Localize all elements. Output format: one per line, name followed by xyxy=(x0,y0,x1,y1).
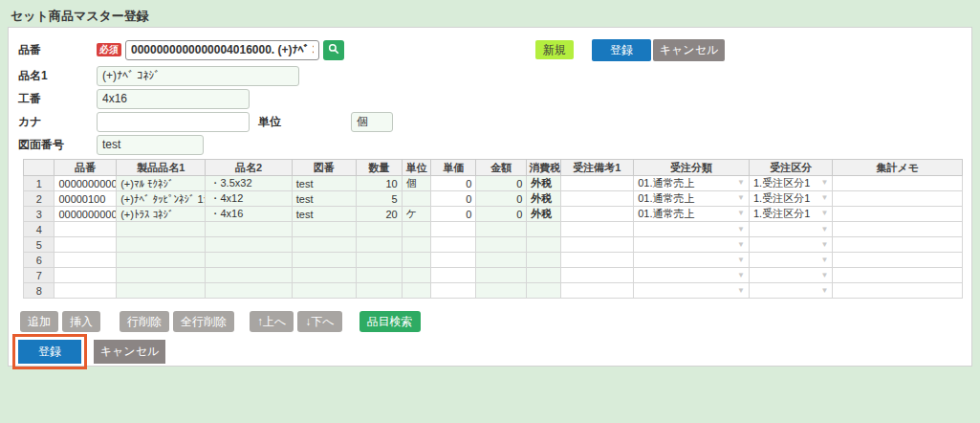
table-cell[interactable]: 01.通常売上▼ xyxy=(634,176,750,191)
table-cell[interactable]: ▼ xyxy=(634,268,750,283)
table-cell[interactable] xyxy=(206,222,292,237)
kana-input[interactable] xyxy=(97,112,250,132)
table-cell[interactable]: 10 xyxy=(356,176,402,191)
table-cell[interactable] xyxy=(560,268,634,283)
table-cell[interactable] xyxy=(527,283,560,299)
table-cell[interactable] xyxy=(292,253,356,268)
table-cell[interactable] xyxy=(833,253,963,268)
table-cell[interactable] xyxy=(356,237,402,253)
table-cell[interactable]: (+)ﾄﾗｽ ｺﾈｼﾞ xyxy=(117,207,206,222)
table-cell[interactable] xyxy=(560,237,634,253)
table-cell[interactable] xyxy=(833,207,963,222)
table-cell[interactable]: ケ xyxy=(402,207,430,222)
table-cell[interactable]: 01.通常売上▼ xyxy=(634,207,750,222)
table-cell[interactable]: 0 xyxy=(476,176,527,191)
table-cell[interactable]: 01.通常売上▼ xyxy=(634,191,750,207)
table-cell[interactable]: 0 xyxy=(431,191,476,207)
table-cell[interactable] xyxy=(527,268,560,283)
table-cell[interactable]: 0 xyxy=(476,191,527,207)
cancel-button-top[interactable]: キャンセル xyxy=(653,39,725,61)
table-cell[interactable] xyxy=(560,191,634,207)
table-cell[interactable]: ▼ xyxy=(634,237,750,253)
table-cell[interactable] xyxy=(560,207,634,222)
table-cell[interactable]: ・4x16 xyxy=(206,207,292,222)
table-cell[interactable]: ▼ xyxy=(749,237,832,253)
table-cell[interactable] xyxy=(206,253,292,268)
table-cell[interactable] xyxy=(527,253,560,268)
koban-input[interactable] xyxy=(97,89,250,109)
table-cell[interactable]: test xyxy=(292,207,356,222)
table-cell[interactable]: ・3.5x32 xyxy=(206,176,292,191)
cancel-button-bottom[interactable]: キャンセル xyxy=(94,340,165,364)
table-cell[interactable] xyxy=(54,283,117,299)
table-cell[interactable] xyxy=(54,253,117,268)
table-cell[interactable] xyxy=(356,268,402,283)
table-cell[interactable]: 個 xyxy=(402,176,430,191)
table-cell[interactable] xyxy=(402,222,430,237)
table-cell[interactable]: 1.受注区分1▼ xyxy=(749,176,832,191)
table-cell[interactable] xyxy=(476,222,527,237)
table-cell[interactable]: 外税 xyxy=(527,176,560,191)
table-cell[interactable]: 外税 xyxy=(527,207,560,222)
table-cell[interactable] xyxy=(117,237,206,253)
table-cell[interactable] xyxy=(833,268,963,283)
table-cell[interactable] xyxy=(431,237,476,253)
table-cell[interactable] xyxy=(402,268,430,283)
table-cell[interactable]: ▼ xyxy=(749,253,832,268)
table-cell[interactable] xyxy=(356,253,402,268)
hinban-input[interactable] xyxy=(125,40,319,60)
table-cell[interactable]: 1.受注区分1▼ xyxy=(749,191,832,207)
table-cell[interactable]: 0 xyxy=(476,207,527,222)
table-cell[interactable]: (+)ﾅﾍﾞ ﾀｯﾋﾟﾝﾈｼﾞ 1ｼｭ(A) xyxy=(117,191,206,207)
table-cell[interactable] xyxy=(292,283,356,299)
table-cell[interactable] xyxy=(476,268,527,283)
table-cell[interactable] xyxy=(292,237,356,253)
table-cell[interactable] xyxy=(431,268,476,283)
move-up-button[interactable]: ↑上へ xyxy=(250,311,294,332)
table-cell[interactable]: 1.受注区分1▼ xyxy=(749,207,832,222)
table-cell[interactable] xyxy=(402,191,430,207)
table-cell[interactable]: ▼ xyxy=(634,253,750,268)
table-cell[interactable]: ・4x12 xyxy=(206,191,292,207)
table-cell[interactable]: 0 xyxy=(431,176,476,191)
table-cell[interactable]: ▼ xyxy=(749,283,832,299)
table-cell[interactable]: (+)ﾏﾙ ﾓｸﾈｼﾞ xyxy=(117,176,206,191)
table-cell[interactable]: ▼ xyxy=(749,222,832,237)
table-cell[interactable] xyxy=(527,237,560,253)
table-cell[interactable] xyxy=(402,283,430,299)
table-cell[interactable] xyxy=(560,222,634,237)
delete-all-rows-button[interactable]: 全行削除 xyxy=(173,311,234,332)
table-cell[interactable] xyxy=(476,253,527,268)
table-cell[interactable]: 0000000000630 xyxy=(54,176,117,191)
table-cell[interactable] xyxy=(292,268,356,283)
table-cell[interactable] xyxy=(292,222,356,237)
table-cell[interactable]: 外税 xyxy=(527,191,560,207)
table-cell[interactable] xyxy=(117,253,206,268)
new-button[interactable]: 新規 xyxy=(535,40,574,59)
table-cell[interactable]: test xyxy=(292,191,356,207)
table-cell[interactable]: ▼ xyxy=(634,222,750,237)
table-cell[interactable]: 0000000000000 xyxy=(54,207,117,222)
table-cell[interactable] xyxy=(560,253,634,268)
item-search-button[interactable]: 品目検索 xyxy=(359,311,421,332)
table-cell[interactable] xyxy=(833,222,963,237)
table-cell[interactable]: 00000100 xyxy=(54,191,117,207)
tani-input[interactable] xyxy=(351,112,393,132)
table-cell[interactable] xyxy=(476,283,527,299)
table-cell[interactable] xyxy=(206,268,292,283)
table-cell[interactable]: test xyxy=(292,176,356,191)
move-down-button[interactable]: ↓下へ xyxy=(297,311,341,332)
table-cell[interactable] xyxy=(206,283,292,299)
items-table[interactable]: 品番製品品名1品名2図番数量単位単価金額消費税区分受注備考1受注分類受注区分集計… xyxy=(23,159,963,299)
register-button-bottom[interactable]: 登録 xyxy=(18,340,81,364)
table-cell[interactable] xyxy=(833,283,963,299)
table-cell[interactable] xyxy=(527,222,560,237)
table-cell[interactable] xyxy=(560,176,634,191)
delete-row-button[interactable]: 行削除 xyxy=(120,311,169,332)
table-cell[interactable] xyxy=(833,237,963,253)
table-cell[interactable] xyxy=(402,253,430,268)
hinmei1-input[interactable] xyxy=(97,66,299,86)
zumen-input[interactable] xyxy=(97,135,204,155)
table-cell[interactable]: 5 xyxy=(356,191,402,207)
table-cell[interactable] xyxy=(356,222,402,237)
